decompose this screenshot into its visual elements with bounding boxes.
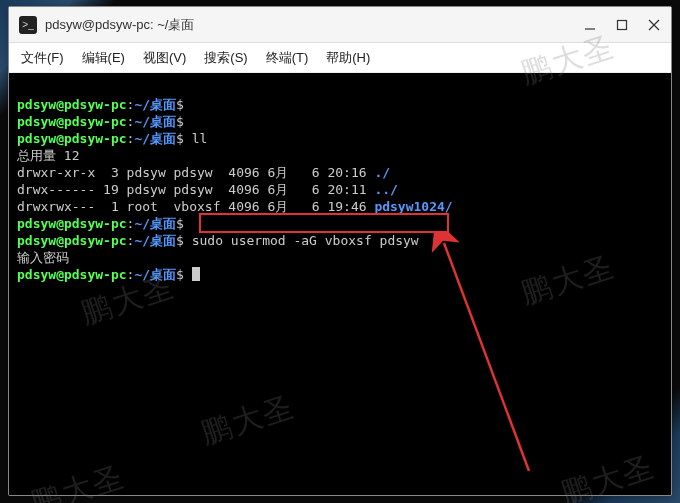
prompt-user: pdsyw@pdsyw-pc (17, 131, 127, 146)
ls-row-2: drwx------ 19 pdsyw pdsyw 4096 6月 6 20:1… (17, 182, 374, 197)
command-highlight-box (199, 213, 449, 233)
prompt-user: pdsyw@pdsyw-pc (17, 267, 127, 282)
terminal-window: >_ pdsyw@pdsyw-pc: ~/桌面 文件(F) 编辑(E) 视图(V… (8, 6, 672, 496)
annotation-arrow-icon (309, 231, 559, 491)
prompt-path: ~/桌面 (134, 97, 176, 112)
svg-rect-1 (618, 20, 627, 29)
ls-row-1: drwxr-xr-x 3 pdsyw pdsyw 4096 6月 6 20:16 (17, 165, 374, 180)
prompt-path: ~/桌面 (134, 216, 176, 231)
dir-current: ./ (374, 165, 390, 180)
menu-help[interactable]: 帮助(H) (326, 49, 370, 67)
dir-parent: ../ (374, 182, 397, 197)
terminal-cursor (192, 267, 200, 281)
cmd-usermod: sudo usermod -aG vboxsf pdsyw (192, 233, 419, 248)
prompt-end: $ (176, 233, 184, 248)
prompt-end: $ (176, 97, 184, 112)
password-prompt: 输入密码 (17, 250, 69, 265)
svg-line-4 (444, 243, 529, 471)
maximize-button[interactable] (615, 18, 629, 32)
menu-file[interactable]: 文件(F) (21, 49, 64, 67)
prompt-end: $ (176, 131, 184, 146)
menu-search[interactable]: 搜索(S) (204, 49, 247, 67)
menu-edit[interactable]: 编辑(E) (82, 49, 125, 67)
total-line: 总用量 12 (17, 148, 79, 163)
prompt-end: $ (176, 114, 184, 129)
menu-view[interactable]: 视图(V) (143, 49, 186, 67)
prompt-user: pdsyw@pdsyw-pc (17, 216, 127, 231)
prompt-end: $ (176, 267, 184, 282)
terminal-body[interactable]: pdsyw@pdsyw-pc:~/桌面$ pdsyw@pdsyw-pc:~/桌面… (9, 73, 671, 495)
window-title: pdsyw@pdsyw-pc: ~/桌面 (45, 16, 583, 34)
minimize-button[interactable] (583, 18, 597, 32)
prompt-user: pdsyw@pdsyw-pc (17, 97, 127, 112)
prompt-path: ~/桌面 (134, 131, 176, 146)
window-controls (583, 18, 661, 32)
prompt-user: pdsyw@pdsyw-pc (17, 233, 127, 248)
menu-terminal[interactable]: 终端(T) (266, 49, 309, 67)
prompt-path: ~/桌面 (134, 233, 176, 248)
ls-row-3: drwxrwx--- 1 root vboxsf 4096 6月 6 19:46 (17, 199, 374, 214)
prompt-user: pdsyw@pdsyw-pc (17, 114, 127, 129)
cmd-ll: ll (192, 131, 208, 146)
prompt-path: ~/桌面 (134, 114, 176, 129)
menubar: 文件(F) 编辑(E) 视图(V) 搜索(S) 终端(T) 帮助(H) (9, 43, 671, 73)
prompt-path: ~/桌面 (134, 267, 176, 282)
close-button[interactable] (647, 18, 661, 32)
dir-pdsyw1024: pdsyw1024/ (374, 199, 452, 214)
prompt-end: $ (176, 216, 184, 231)
titlebar: >_ pdsyw@pdsyw-pc: ~/桌面 (9, 7, 671, 43)
terminal-app-icon: >_ (19, 16, 37, 34)
